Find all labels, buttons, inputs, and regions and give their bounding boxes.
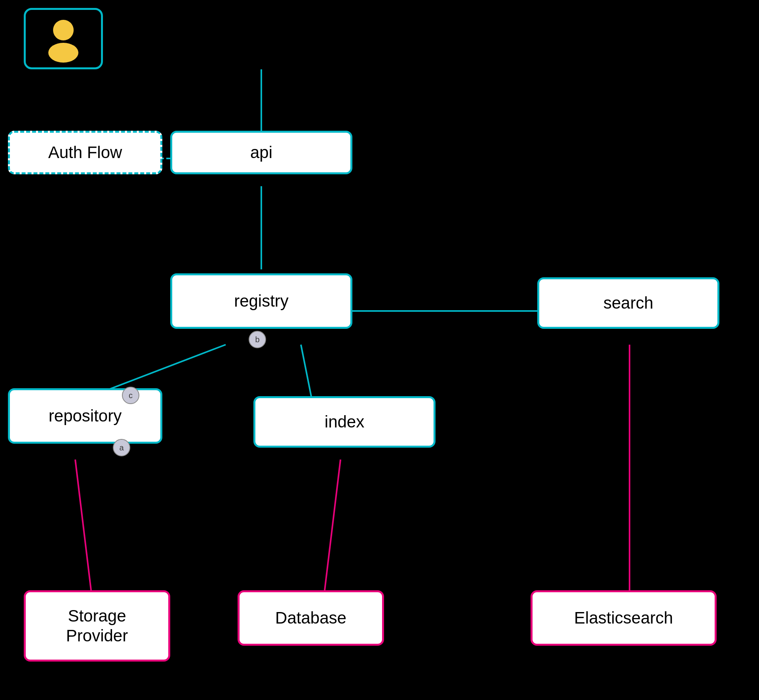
search-label: search (603, 293, 653, 313)
registry-label: registry (234, 291, 289, 311)
index-label: index (325, 412, 364, 432)
storage-provider-label: Storage Provider (66, 606, 128, 646)
database-label: Database (275, 608, 346, 628)
auth-flow-label: Auth Flow (48, 143, 122, 162)
user-icon-box (24, 8, 103, 69)
badge-c: c (122, 387, 139, 404)
database-node: Database (238, 590, 384, 646)
badge-b: b (249, 331, 266, 348)
badge-a: a (113, 439, 130, 456)
elasticsearch-label: Elasticsearch (574, 608, 673, 628)
svg-line-3 (301, 345, 313, 404)
storage-provider-node: Storage Provider (24, 590, 170, 662)
search-node: search (537, 277, 719, 329)
elasticsearch-node: Elasticsearch (531, 590, 717, 646)
auth-flow-node: Auth Flow (8, 131, 162, 174)
index-node: index (253, 396, 436, 448)
svg-line-7 (325, 460, 341, 590)
registry-node: registry (170, 273, 352, 329)
svg-point-9 (53, 20, 74, 40)
api-label: api (250, 143, 272, 162)
svg-point-10 (48, 43, 78, 63)
repository-label: repository (49, 406, 122, 426)
api-node: api (170, 131, 352, 174)
svg-line-6 (75, 460, 91, 590)
user-icon (40, 15, 87, 63)
